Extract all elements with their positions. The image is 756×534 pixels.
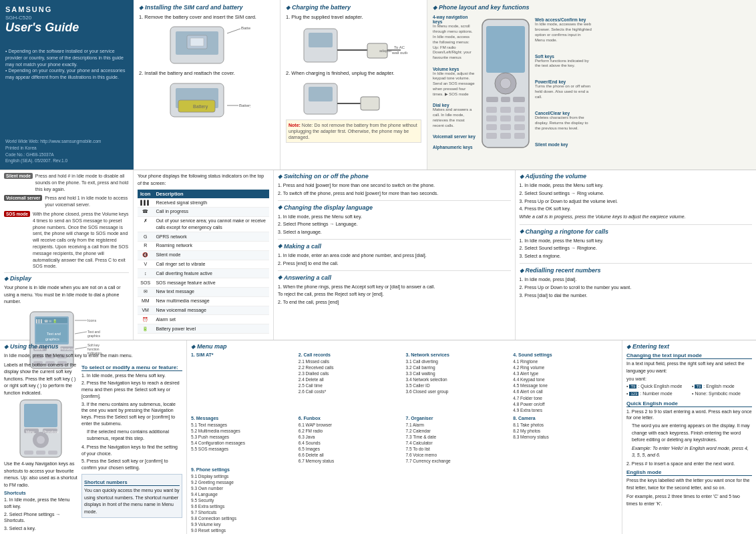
status-row-4: RRoaming network — [138, 241, 269, 250]
sos-desc: With the phone closed, press the Volume … — [33, 211, 129, 270]
charging-title: Charging the battery — [286, 4, 421, 11]
status-icon-8: SOS — [138, 278, 153, 288]
right-label-4: Silent mode key — [535, 142, 592, 147]
redial-step-1: 1. In Idle mode, press [dial]. — [520, 276, 753, 283]
sim-section: Installing the SIM card and battery 1. R… — [134, 0, 280, 170]
sim-step-1: 1. Remove the battery cover and insert t… — [139, 13, 274, 21]
svg-rect-28 — [486, 97, 498, 102]
menumap-item-5-4: 6.5 Images — [299, 446, 403, 452]
select-step-1: 1. In Idle mode, press the Menu soft key… — [81, 372, 182, 379]
redial-step-2: 2. Press Up or Down to scroll to the num… — [520, 284, 753, 291]
svg-rect-33 — [514, 107, 525, 113]
entering-title: Entering text — [626, 343, 752, 350]
model-number: SGH-C520 — [5, 15, 128, 21]
status-desc-6: Call ringer set to vibrate — [153, 260, 269, 269]
menumap-item-4-3: 5.4 Configuration messages — [191, 440, 296, 446]
shortcut-step-1: 1. In Idle mode, press the Menu soft key… — [4, 497, 77, 510]
status-row-12: ⏰Alarm set — [138, 315, 269, 324]
menumap-item-6-0: 7.1 Alarm — [406, 422, 511, 428]
menumap-col-5: 6. Funbox6.1 WAP browser6.2 FM radio6.3 … — [299, 416, 403, 465]
status-desc-10: New multimedia message — [153, 296, 269, 306]
phone-center-image — [479, 13, 532, 154]
menumap-item-3-0: 4.1 Ringtone — [513, 358, 618, 364]
svg-text:To AC: To AC — [394, 45, 405, 49]
left-label-alphanumeric: Alphanumeric keys — [433, 145, 476, 150]
status-row-8: SOSSOS message feature active — [138, 278, 269, 288]
menumap-item-1-4: 2.5 Call time — [299, 382, 403, 388]
english-mode-title: English mode — [626, 469, 752, 476]
status-icon-2: ✗ — [138, 216, 153, 232]
menumap-grid: 1. SIM AT*2. Call records2.1 Missed call… — [191, 352, 618, 534]
menumap-item-5-0: 6.1 WAP browser — [299, 422, 403, 428]
menumap-item-2-0: 3.1 Call diverting — [406, 358, 511, 364]
left-label-3: Voicemail server key — [433, 134, 476, 139]
page: SAMSUNG SGH-C520 User's Guide • Dependin… — [0, 0, 756, 534]
status-row-3: GGPRS network — [138, 232, 269, 242]
menumap-item-3-5: 4.6 Alert on call — [513, 388, 618, 394]
menumap-col-title-2: 3. Network services — [406, 352, 511, 357]
menus-nav: Use the 4-way Navigation keys as shortcu… — [4, 461, 77, 489]
menus-desc2: Labels at the bottom corners of the disp… — [4, 362, 77, 397]
svg-text:graphics: graphics — [87, 334, 100, 338]
menumap-item-8-4: 9.5 Security — [191, 497, 296, 503]
shortcut-numbers-title: Shortcut numbers — [84, 479, 180, 486]
status-row-1: ☎Call in progress — [138, 207, 269, 216]
status-row-9: ✉New text message — [138, 287, 269, 296]
sim-title: Installing the SIM card and battery — [139, 4, 274, 11]
status-row-2: ✗Out of your service area; you cannot ma… — [138, 216, 269, 232]
menumap-item-6-6: 7.7 Currency exchange — [406, 458, 511, 464]
menumap-item-3-7: 4.8 Power on/off — [513, 401, 618, 407]
svg-rect-41 — [500, 133, 511, 139]
menumap-item-6-4: 7.5 To do list — [406, 446, 511, 452]
right-label-1: Soft keys Perform functions indicated by… — [535, 54, 592, 69]
left-panel: SAMSUNG SGH-C520 User's Guide • Dependin… — [0, 0, 134, 170]
text-modes-col2: T9 : English mode None: Symbolic mode — [692, 383, 752, 398]
phone-svg — [480, 17, 532, 150]
menumap-col-title-5: 6. Funbox — [299, 416, 403, 421]
select-step-2: 2. Press the Navigation keys to reach a … — [81, 380, 182, 399]
svg-rect-25 — [486, 26, 525, 73]
left-label-1: Volume keys In Idle mode, adjust the key… — [433, 67, 476, 97]
silent-badge: Silent mode — [4, 173, 33, 179]
status-icon-10: MM — [138, 296, 153, 306]
mid-col-switching: Switching on or off the phone 1. Press a… — [274, 170, 516, 340]
status-icon-0: ▌▌▌ — [138, 198, 153, 207]
svg-rect-40 — [486, 133, 497, 139]
menumap-item-3-4: 4.5 Message tone — [513, 382, 618, 388]
svg-text:Menu: Menu — [26, 430, 35, 434]
vol-step-4: 4. Press the OK soft key. — [520, 206, 753, 212]
lang-step-1: 1. In Idle mode, press the Menu soft key… — [278, 214, 511, 220]
english-mode-desc: Press the keys labelled with the letter … — [626, 477, 752, 491]
status-section: Your phone displays the following status… — [134, 170, 274, 340]
switching-title: Switching on or off the phone — [278, 173, 511, 180]
svg-line-62 — [75, 332, 87, 334]
modes-panel: Silent mode Press and hold # in Idle mod… — [0, 170, 134, 340]
using-menus-title: Using the menus — [4, 343, 182, 350]
ring-step-3: 3. Select a ringtone. — [520, 253, 753, 260]
sos-badge: SOS mode — [4, 211, 30, 217]
menumap-item-5-3: 6.4 Sounds — [299, 440, 403, 446]
menumap-item-7-1: 8.2 My photos — [513, 428, 618, 434]
svg-text:Phonebook: Phonebook — [43, 431, 59, 434]
silent-mode-item: Silent mode Press and hold # in Idle mod… — [4, 173, 129, 192]
menumap-item-8-7: 9.8 Connection settings — [191, 515, 296, 521]
lang-step-2: 2. Select Phone settings → Language. — [278, 221, 511, 228]
menumap-item-8-9: 9.0 Reset settings — [191, 527, 296, 533]
svg-rect-38 — [500, 124, 511, 130]
menumap-item-6-2: 7.3 Time & date — [406, 434, 511, 440]
menumap-item-4-1: 5.2 Multimedia messages — [191, 428, 296, 434]
menumap-item-5-6: 6.7 Memory status — [299, 458, 403, 464]
display-title: Display — [4, 275, 129, 282]
menumap-col-3: 4. Sound settings4.1 Ringtone4.2 Ring vo… — [513, 352, 618, 413]
qe-step-desc: The word you are entering appears on the… — [632, 423, 752, 444]
answering-step-reject: To reject the call, press the Reject sof… — [278, 291, 511, 298]
mode-english: T9 : English mode — [692, 383, 752, 390]
select-step-repeat: If the selected menu contains additional… — [87, 429, 182, 443]
menumap-item-3-1: 4.2 Ring volume — [513, 364, 618, 370]
charging-step-1: 1. Plug the supplied travel adapter. — [286, 13, 421, 21]
menumap-col-0: 1. SIM AT* — [191, 352, 296, 413]
menumap-item-2-4: 3.5 Caller ID — [406, 382, 511, 388]
entering-section: Entering text Changing the text input mo… — [622, 340, 756, 534]
qe-step-2: 2. Press # to insert a space and enter t… — [626, 461, 752, 467]
right-label-2: Power/End key Turns the phone on or off … — [535, 79, 592, 99]
